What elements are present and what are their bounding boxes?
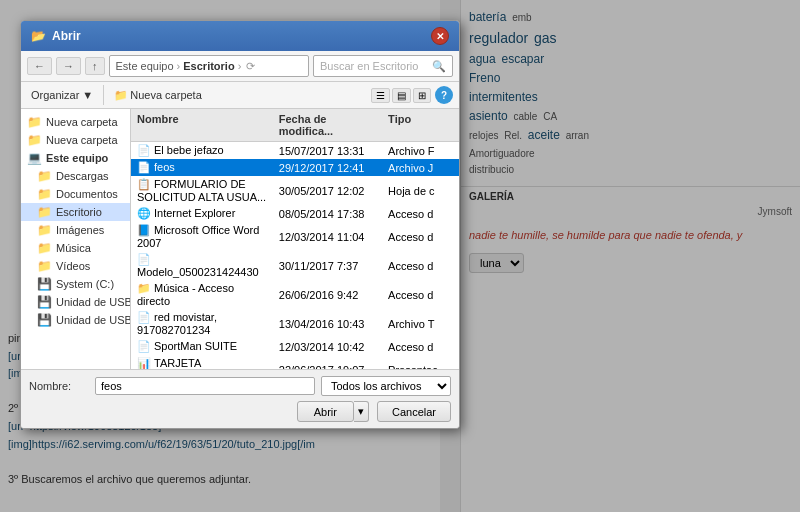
file-date-6: 26/06/2016 9:42 (273, 288, 382, 302)
file-type-4: Acceso d (382, 230, 459, 244)
file-icon-0: 📄 (137, 144, 151, 156)
file-type-1: Archivo J (382, 161, 459, 175)
dialog-folder-icon: 📂 (31, 29, 46, 43)
file-icon-4: 📘 (137, 224, 151, 236)
view-details-button[interactable]: ▤ (392, 88, 411, 103)
file-row-1[interactable]: 📄feos 29/12/2017 12:41 Archivo J (131, 159, 459, 176)
search-placeholder-text: Buscar en Escritorio (320, 60, 418, 72)
file-icon-1: 📄 (137, 161, 151, 173)
new-folder-label: Nueva carpeta (130, 89, 202, 101)
file-list-panel: Nombre Fecha de modifica... Tipo 📄El beb… (131, 109, 459, 369)
file-list-header: Nombre Fecha de modifica... Tipo (131, 109, 459, 142)
new-folder-icon: 📁 (114, 89, 128, 102)
file-type-7: Archivo T (382, 317, 459, 331)
drive-icon-usb-2: 💾 (37, 313, 52, 327)
folder-icon-videos: 📁 (37, 259, 52, 273)
dialog-overlay: 📂 Abrir ✕ ← → ↑ Este equipo › Escritorio… (0, 0, 800, 512)
view-buttons: ☰ ▤ ⊞ (371, 88, 431, 103)
file-icon-5: 📄 (137, 253, 151, 265)
tree-label-1: Nueva carpeta (46, 116, 118, 128)
view-tiles-button[interactable]: ⊞ (413, 88, 431, 103)
tree-item-musica[interactable]: 📁 Música (21, 239, 130, 257)
col-header-type[interactable]: Tipo (382, 111, 459, 139)
filename-label: Nombre: (29, 380, 89, 392)
col-header-name[interactable]: Nombre (131, 111, 273, 139)
folder-icon-musica: 📁 (37, 241, 52, 255)
open-btn-group: Abrir ▾ (297, 401, 369, 422)
file-name-4: 📘Microsoft Office Word 2007 (131, 223, 273, 250)
file-name-1: 📄feos (131, 160, 273, 175)
file-name-6: 📁Música - Acceso directo (131, 281, 273, 308)
filename-input[interactable] (95, 377, 315, 395)
back-button[interactable]: ← (27, 57, 52, 75)
file-date-0: 15/07/2017 13:31 (273, 144, 382, 158)
tree-item-descargas[interactable]: 📁 Descargas (21, 167, 130, 185)
file-date-2: 30/05/2017 12:02 (273, 184, 382, 198)
search-box[interactable]: Buscar en Escritorio 🔍 (313, 55, 453, 77)
file-row-3[interactable]: 🌐Internet Explorer 08/05/2014 17:38 Acce… (131, 205, 459, 222)
file-row-4[interactable]: 📘Microsoft Office Word 2007 12/03/2014 1… (131, 222, 459, 251)
file-name-3: 🌐Internet Explorer (131, 206, 273, 221)
tree-label-descargas: Descargas (56, 170, 109, 182)
file-name-2: 📋FORMULARIO DE SOLICITUD ALTA USUA... (131, 177, 273, 204)
forward-button[interactable]: → (56, 57, 81, 75)
file-date-3: 08/05/2014 17:38 (273, 207, 382, 221)
organize-button[interactable]: Organizar ▼ (27, 87, 97, 103)
col-header-date[interactable]: Fecha de modifica... (273, 111, 382, 139)
tree-item-nueva-carpeta-1[interactable]: 📁 Nueva carpeta (21, 113, 130, 131)
tree-label-usb-1: Unidad de USB ( (56, 296, 131, 308)
up-button[interactable]: ↑ (85, 57, 105, 75)
folder-icon-documentos: 📁 (37, 187, 52, 201)
drive-icon-c: 💾 (37, 277, 52, 291)
tree-item-este-equipo[interactable]: 💻 Este equipo (21, 149, 130, 167)
tree-item-nueva-carpeta-2[interactable]: 📁 Nueva carpeta (21, 131, 130, 149)
dialog-toolbar: ← → ↑ Este equipo › Escritorio › ⟳ Busca… (21, 51, 459, 82)
folder-icon-2: 📁 (27, 133, 42, 147)
help-button[interactable]: ? (435, 86, 453, 104)
file-icon-2: 📋 (137, 178, 151, 190)
file-name-0: 📄El bebe jefazo (131, 143, 273, 158)
tree-item-documentos[interactable]: 📁 Documentos (21, 185, 130, 203)
path-bar[interactable]: Este equipo › Escritorio › ⟳ (109, 55, 310, 77)
tree-item-system-c[interactable]: 💾 System (C:) (21, 275, 130, 293)
search-icon: 🔍 (432, 60, 446, 73)
file-row-9[interactable]: 📊TARJETA APARCAMIENTO VISITA 22/06/2017 … (131, 355, 459, 369)
dialog-titlebar: 📂 Abrir ✕ (21, 21, 459, 51)
file-row-7[interactable]: 📄red movistar, 917082701234 13/04/2016 1… (131, 309, 459, 338)
file-name-7: 📄red movistar, 917082701234 (131, 310, 273, 337)
file-icon-7: 📄 (137, 311, 151, 323)
open-button-arrow[interactable]: ▾ (354, 401, 369, 422)
file-type-2: Hoja de c (382, 184, 459, 198)
file-row-8[interactable]: 📄SportMan SUITE 12/03/2014 10:42 Acceso … (131, 338, 459, 355)
view-list-button[interactable]: ☰ (371, 88, 390, 103)
cancel-button[interactable]: Cancelar (377, 401, 451, 422)
file-row-0[interactable]: 📄El bebe jefazo 15/07/2017 13:31 Archivo… (131, 142, 459, 159)
tree-item-imagenes[interactable]: 📁 Imágenes (21, 221, 130, 239)
file-row-5[interactable]: 📄Modelo_0500231424430 30/11/2017 7:37 Ac… (131, 251, 459, 280)
file-row-2[interactable]: 📋FORMULARIO DE SOLICITUD ALTA USUA... 30… (131, 176, 459, 205)
tree-item-usb-1[interactable]: 💾 Unidad de USB ( (21, 293, 130, 311)
path-refresh-icon: ⟳ (246, 60, 255, 73)
tree-label-imagenes: Imágenes (56, 224, 104, 236)
new-folder-button[interactable]: 📁 Nueva carpeta (110, 87, 206, 104)
tree-item-escritorio[interactable]: 📁 Escritorio (21, 203, 130, 221)
dialog-body: 📁 Nueva carpeta 📁 Nueva carpeta 💻 Este e… (21, 109, 459, 369)
drive-icon-usb-1: 💾 (37, 295, 52, 309)
folder-icon-descargas: 📁 (37, 169, 52, 183)
file-icon-8: 📄 (137, 340, 151, 352)
file-date-8: 12/03/2014 10:42 (273, 340, 382, 354)
tree-item-videos[interactable]: 📁 Vídeos (21, 257, 130, 275)
file-icon-6: 📁 (137, 282, 151, 294)
filetype-select[interactable]: Todos los archivos (321, 376, 451, 396)
path-escritorio: Escritorio (183, 60, 234, 72)
tree-item-usb-2[interactable]: 💾 Unidad de USB (E: (21, 311, 130, 329)
tree-label-2: Nueva carpeta (46, 134, 118, 146)
file-row-6[interactable]: 📁Música - Acceso directo 26/06/2016 9:42… (131, 280, 459, 309)
folder-icon-escritorio: 📁 (37, 205, 52, 219)
tree-panel: 📁 Nueva carpeta 📁 Nueva carpeta 💻 Este e… (21, 109, 131, 369)
file-type-3: Acceso d (382, 207, 459, 221)
dialog-close-button[interactable]: ✕ (431, 27, 449, 45)
open-button[interactable]: Abrir (297, 401, 354, 422)
tree-label-usb-2: Unidad de USB (E: (56, 314, 131, 326)
file-icon-3: 🌐 (137, 207, 151, 219)
